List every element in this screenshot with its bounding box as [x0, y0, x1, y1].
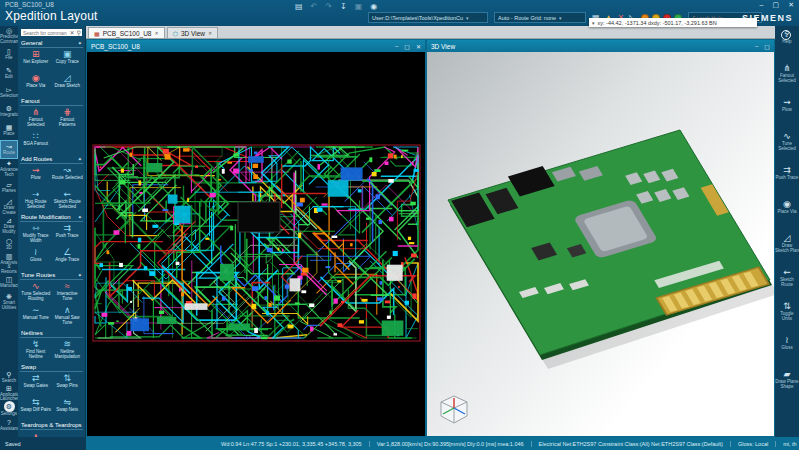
- search-icon[interactable]: ⚲: [76, 29, 82, 36]
- template-dropdown[interactable]: User:D:\Templates\Tools\XpeditionCu: [368, 12, 488, 23]
- window-control[interactable]: ✕: [416, 43, 421, 50]
- favorite-place-via[interactable]: ◉ Place Via: [775, 199, 799, 233]
- favorite-toggle-units[interactable]: ⇅ Toggle Units: [775, 301, 799, 335]
- command-tune-selected-routing[interactable]: ∿ Tune Selected Routing: [20, 281, 52, 304]
- redo-icon[interactable]: ↷: [325, 2, 332, 11]
- window-control[interactable]: ▢: [404, 43, 410, 50]
- pcb-2d-canvas[interactable]: [87, 52, 425, 436]
- window-control[interactable]: ▢: [773, 1, 780, 9]
- view-3d-titlebar[interactable]: 3D View –▢: [427, 40, 774, 52]
- command-push-trace[interactable]: ⇉ Push Trace: [52, 223, 84, 246]
- command-label: Net Explorer: [23, 59, 48, 64]
- favorite-tune-selected[interactable]: ∿ Tune Selected: [775, 131, 799, 165]
- command-find-next-netline[interactable]: ↯ Find Next Netline: [20, 339, 52, 362]
- rail-label: Assistance: [0, 427, 18, 432]
- command-net-explorer[interactable]: ⊞ Net Explorer: [20, 49, 52, 72]
- sidebar-item-settings[interactable]: ⚙ Settings: [0, 401, 18, 417]
- tab-3d-view[interactable]: ⬡ 3D View ✕: [167, 27, 219, 38]
- save-icon[interactable]: ▤: [295, 2, 303, 11]
- sidebar-item-search[interactable]: ⚲ Search: [0, 369, 18, 385]
- favorite-draw-sketch-plan[interactable]: ◿ Draw Sketch Plan: [775, 233, 799, 267]
- sidebar-item-draw-modify[interactable]: ⊿ Draw Modify: [0, 216, 18, 235]
- command-modify-trace-width[interactable]: ⇿ Modify Trace Width: [20, 223, 52, 246]
- chevron-down-icon[interactable]: ▾: [592, 20, 595, 26]
- sidebar-item-route[interactable]: ↝ Route: [0, 140, 18, 159]
- command-fanout-selected[interactable]: ⋔ Fanout Selected: [20, 107, 52, 130]
- sidebar-item-selection[interactable]: ▻ Selection: [0, 83, 18, 102]
- window-control[interactable]: –: [760, 1, 764, 9]
- sidebar-item-file[interactable]: ▯ File: [0, 45, 18, 64]
- rail-label: 3D: [0, 246, 18, 251]
- command-manual-tune[interactable]: ∼ Manual Tune: [20, 305, 52, 328]
- favorite-push-trace[interactable]: ⇉ Push Trace: [775, 165, 799, 199]
- command-bga-fanout[interactable]: ∷ BGA Fanout: [20, 131, 52, 154]
- command-manual-saw-tune[interactable]: ∧ Manual Saw Tune: [52, 305, 84, 328]
- command-place-via[interactable]: ◉ Place Via: [20, 73, 52, 96]
- sidebar-item-assistance[interactable]: ? Assistance: [0, 417, 18, 433]
- command-swap-pins[interactable]: ⇅ Swap Pins: [52, 373, 84, 396]
- tab-close-icon[interactable]: ✕: [208, 30, 212, 36]
- lock-icon[interactable]: ◉: [370, 2, 377, 11]
- command-draw-sketch[interactable]: ◿ Draw Sketch: [52, 73, 84, 96]
- sidebar-item-application-launcher[interactable]: ⊞ Application Launcher: [0, 385, 18, 401]
- pin-icon[interactable]: ↧: [340, 2, 347, 11]
- route-grid-dropdown[interactable]: Auto - Route Grid: none: [494, 12, 586, 23]
- coordinate-readout: ▾ xy: -44.42, -1371.34 dxdy: -501.17, -3…: [589, 18, 757, 27]
- window-control[interactable]: ▢: [764, 43, 770, 50]
- undo-icon[interactable]: ↶: [311, 2, 318, 11]
- orientation-cube[interactable]: [435, 390, 473, 428]
- command-hug-route-selected[interactable]: ⇢ Hug Route Selected: [20, 189, 52, 212]
- sidebar-item-advanced-tech[interactable]: ✦ Advanced Tech: [0, 159, 18, 178]
- command-search-input[interactable]: [21, 30, 69, 36]
- command-fanout-patterns[interactable]: ⋕ Fanout Patterns: [52, 107, 84, 130]
- command-angle-trace[interactable]: ∠ Angle Trace: [52, 247, 84, 270]
- favorite-plow[interactable]: ⇝ Plow: [775, 97, 799, 131]
- clear-icon[interactable]: ✕: [69, 29, 76, 36]
- sidebar-item-predictive-commands[interactable]: ◎ Predictive Commands: [0, 26, 18, 45]
- sidebar-item-draw-create[interactable]: ◿ Draw Create: [0, 197, 18, 216]
- sidebar-item-planes[interactable]: ▱ Planes: [0, 178, 18, 197]
- command-plow[interactable]: ⇝ Plow: [20, 165, 52, 188]
- favorite-draw-plane-shape[interactable]: ▰ Draw Plane Shape: [775, 369, 799, 403]
- command-route-selected[interactable]: ↝ Route Selected: [52, 165, 84, 188]
- command-search[interactable]: ✕ ⚲: [21, 29, 82, 36]
- pcb-3d-canvas[interactable]: [427, 52, 774, 436]
- layout-window-titlebar[interactable]: PCB_SC100_U8 –▢✕: [87, 40, 425, 52]
- command-icon: ⇄: [32, 373, 40, 383]
- command-sketch-route-selected[interactable]: ⇜ Sketch Route Selected: [52, 189, 84, 212]
- sidebar-item-smart-utilities[interactable]: ❋ Smart Utilities: [0, 292, 18, 311]
- window-control[interactable]: –: [395, 43, 398, 50]
- sidebar-item-edit[interactable]: ✎ Edit: [0, 64, 18, 83]
- pin-icon[interactable]: ✦: [78, 156, 82, 162]
- sidebar-item-3d[interactable]: ⬡ 3D: [0, 235, 18, 254]
- command-copy-trace[interactable]: ▣ Copy Trace: [52, 49, 84, 72]
- pin-icon[interactable]: ✦: [78, 214, 82, 220]
- tab-pcb-sc100-u8[interactable]: ▦ PCB_SC100_U8 ✕: [88, 27, 165, 38]
- window-control[interactable]: ✕: [788, 1, 794, 9]
- sidebar-item-place[interactable]: ▦ Place: [0, 121, 18, 140]
- sidebar-item-manufact[interactable]: ◫ Manufact...: [0, 273, 18, 292]
- command-swap-gates[interactable]: ⇄ Swap Gates: [20, 373, 52, 396]
- command-interactive-tune[interactable]: ≈ Interactive Tune: [52, 281, 84, 304]
- command-panel: ✕ ⚲ General ✦ ⊞ Net Explorer ▣ Copy Trac…: [18, 26, 86, 437]
- command-gloss[interactable]: ≀ Gloss: [20, 247, 52, 270]
- command-swap-nets[interactable]: ⇋ Swap Nets: [52, 397, 84, 420]
- section-general: General ✦ ⊞ Net Explorer ▣ Copy Trace ◉ …: [20, 38, 83, 96]
- window-control[interactable]: –: [755, 43, 758, 50]
- command-label: Hug Route Selected: [20, 199, 52, 209]
- tab-close-icon[interactable]: ✕: [154, 30, 158, 36]
- favorite-fanout-selected[interactable]: ⋔ Fanout Selected: [775, 63, 799, 97]
- help-icon[interactable]: ?: [781, 30, 791, 40]
- sidebar-item-analysis-reports[interactable]: ▥ Analysis & Reports: [0, 254, 18, 273]
- command-label: Plow: [31, 175, 41, 180]
- status-segment: mi, th: [775, 441, 799, 447]
- command-swap-diff-pairs[interactable]: ⇆ Swap Diff Pairs: [20, 397, 52, 420]
- attach-icon[interactable]: ▣: [355, 2, 363, 11]
- pin-icon[interactable]: ✦: [78, 40, 82, 46]
- favorite-gloss[interactable]: ≀ Gloss: [775, 335, 799, 369]
- pin-icon[interactable]: ✦: [78, 272, 82, 278]
- sidebar-item-integration[interactable]: ⚙ Integration: [0, 102, 18, 121]
- favorite-sketch-route[interactable]: ⇜ Sketch Route: [775, 267, 799, 301]
- command-netline-manipulation[interactable]: ≋ Netline Manipulation: [52, 339, 84, 362]
- section-title: Route Modification: [21, 214, 71, 220]
